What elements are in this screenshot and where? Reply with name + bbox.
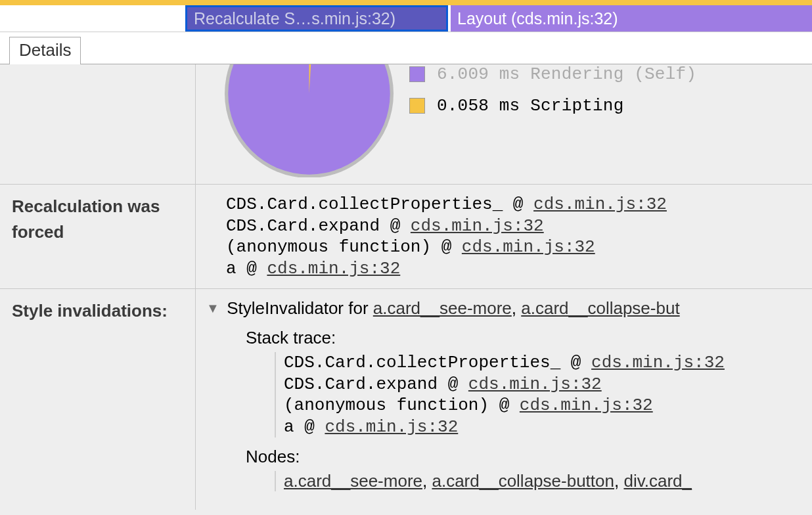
element-link[interactable]: a.card__collapse-but xyxy=(521,298,679,318)
stack-func: CDS.Card.collectProperties_ @ xyxy=(284,353,591,372)
stack-line: CDS.Card.expand @ cds.min.js:32 xyxy=(276,374,812,395)
legend-rendering-text: 6.009 ms Rendering (Self) xyxy=(437,64,696,84)
separator: , xyxy=(614,471,623,491)
invalidator-heading: StyleInvalidator for a.card__see-more, a… xyxy=(227,298,679,318)
flame-chart-strip[interactable]: Recalculate S…s.min.js:32) Layout (cds.m… xyxy=(0,0,812,32)
legend-scripting: 0.058 ms Scripting xyxy=(409,96,696,116)
pie-legend: 6.009 ms Rendering (Self) 0.058 ms Scrip… xyxy=(409,64,696,127)
source-link[interactable]: cds.min.js:32 xyxy=(520,395,653,415)
stack-func: CDS.Card.collectProperties_ @ xyxy=(226,194,533,214)
source-link[interactable]: cds.min.js:32 xyxy=(325,417,458,437)
style-invalidations-value: ▼ StyleInvalidator for a.card__see-more,… xyxy=(196,289,812,510)
recalculation-forced-stack: CDS.Card.collectProperties_ @ cds.min.js… xyxy=(196,185,812,288)
stack-func: a @ xyxy=(284,417,325,437)
stack-trace-heading: Stack trace: xyxy=(246,328,812,348)
stack-func: a @ xyxy=(226,259,267,279)
invalidation-stack-trace: CDS.Card.collectProperties_ @ cds.min.js… xyxy=(275,352,812,437)
legend-rendering: 6.009 ms Rendering (Self) xyxy=(409,64,696,84)
invalidation-children: Stack trace: CDS.Card.collectProperties_… xyxy=(246,328,812,491)
pie-chart xyxy=(222,64,396,177)
aggregated-time-row: 6.009 ms Rendering (Self) 0.058 ms Scrip… xyxy=(0,64,812,185)
recalculation-forced-row: Recalculation was forced CDS.Card.collec… xyxy=(0,185,812,289)
stack-line: CDS.Card.expand @ cds.min.js:32 xyxy=(226,215,812,237)
invalidation-nodes: a.card__see-more, a.card__collapse-butto… xyxy=(275,471,812,491)
element-link[interactable]: a.card__see-more xyxy=(373,298,512,318)
swatch-rendering xyxy=(409,66,425,82)
stack-line: CDS.Card.collectProperties_ @ cds.min.js… xyxy=(276,352,812,374)
source-link[interactable]: cds.min.js:32 xyxy=(468,374,602,394)
tree-toggle-icon[interactable]: ▼ xyxy=(206,301,222,316)
source-link[interactable]: cds.min.js:32 xyxy=(267,259,400,279)
legend-scripting-text: 0.058 ms Scripting xyxy=(437,96,623,116)
flame-event-layout[interactable]: Layout (cds.min.js:32) xyxy=(451,5,812,32)
stack-line: a @ cds.min.js:32 xyxy=(276,416,812,438)
stack-line: CDS.Card.collectProperties_ @ cds.min.js… xyxy=(226,194,812,215)
element-link[interactable]: a.card__see-more xyxy=(284,471,422,491)
stack-func: (anonymous function) @ xyxy=(284,395,520,415)
nodes-line: a.card__see-more, a.card__collapse-butto… xyxy=(276,471,812,491)
separator: , xyxy=(512,298,521,318)
nodes-heading: Nodes: xyxy=(246,447,812,467)
style-invalidations-row: Style invalidations: ▼ StyleInvalidator … xyxy=(0,289,812,510)
element-link[interactable]: div.card_ xyxy=(623,471,692,491)
invalidator-prefix: StyleInvalidator for xyxy=(227,298,373,318)
details-tab-bar: Details xyxy=(0,32,812,64)
swatch-scripting xyxy=(409,98,425,114)
separator: , xyxy=(422,471,432,491)
source-link[interactable]: cds.min.js:32 xyxy=(591,353,725,372)
flame-event-recalculate-style[interactable]: Recalculate S…s.min.js:32) xyxy=(185,5,448,32)
stack-line: (anonymous function) @ cds.min.js:32 xyxy=(226,236,812,258)
stack-func: CDS.Card.expand @ xyxy=(284,374,468,394)
details-panel: 6.009 ms Rendering (Self) 0.058 ms Scrip… xyxy=(0,64,812,515)
stack-line: a @ cds.min.js:32 xyxy=(226,258,812,280)
aggregated-time-value-cell: 6.009 ms Rendering (Self) 0.058 ms Scrip… xyxy=(196,64,812,184)
source-link[interactable]: cds.min.js:32 xyxy=(533,194,667,214)
stack-line: (anonymous function) @ cds.min.js:32 xyxy=(276,395,812,416)
source-link[interactable]: cds.min.js:32 xyxy=(462,237,595,257)
stack-func: (anonymous function) @ xyxy=(226,237,462,257)
tab-details[interactable]: Details xyxy=(9,37,81,64)
source-link[interactable]: cds.min.js:32 xyxy=(411,216,544,236)
flame-parent-bar xyxy=(0,0,812,5)
aggregated-time-label-cell xyxy=(0,64,196,184)
style-invalidations-label: Style invalidations: xyxy=(0,289,196,510)
element-link[interactable]: a.card__collapse-button xyxy=(432,471,614,491)
invalidation-tree: ▼ StyleInvalidator for a.card__see-more,… xyxy=(206,298,812,491)
recalculation-forced-label: Recalculation was forced xyxy=(0,185,196,288)
stack-func: CDS.Card.expand @ xyxy=(226,216,411,236)
